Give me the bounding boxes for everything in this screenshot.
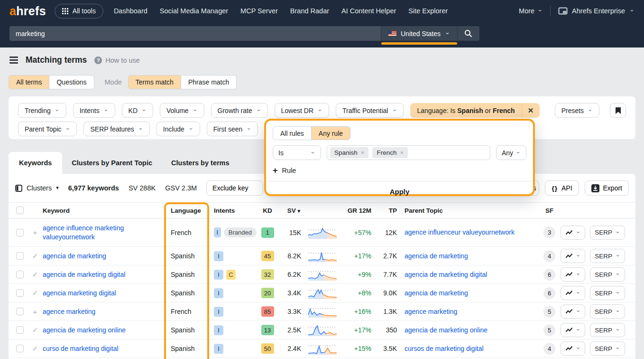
col-parent-topic[interactable]: Parent Topic bbox=[402, 207, 540, 214]
filter-kd[interactable]: KD⌄ bbox=[122, 103, 153, 118]
nav-item-dashboard[interactable]: Dashboard bbox=[114, 7, 147, 15]
presets-button[interactable]: Presets ⌄ bbox=[555, 103, 599, 118]
filter-volume[interactable]: Volume⌄ bbox=[160, 103, 204, 118]
keyword-link[interactable]: agencia de marketing online bbox=[43, 326, 126, 334]
parent-topic-link[interactable]: agence influenceur valueyournetwork bbox=[405, 228, 515, 236]
remove-filter-icon[interactable]: ✕ bbox=[522, 103, 540, 118]
filter-growth-rate[interactable]: Growth rate⌄ bbox=[211, 103, 268, 118]
filter-lowest-dr[interactable]: Lowest DR⌄ bbox=[275, 103, 329, 118]
trend-chart-button[interactable]: ⌄ bbox=[561, 304, 585, 319]
remove-tag-icon[interactable]: × bbox=[361, 149, 365, 156]
nav-item-social-media-manager[interactable]: Social Media Manager bbox=[160, 7, 228, 15]
added-check-icon[interactable]: ✓ bbox=[28, 270, 43, 279]
added-check-icon[interactable]: ✓ bbox=[28, 326, 43, 334]
trend-chart-button[interactable]: ⌄ bbox=[561, 249, 585, 263]
trend-chart-button[interactable]: ⌄ bbox=[561, 226, 585, 240]
apply-button[interactable]: Apply bbox=[390, 188, 410, 196]
col-tp[interactable]: TP bbox=[375, 207, 402, 214]
select-all-checkbox[interactable] bbox=[16, 207, 24, 214]
tab-terms-match[interactable]: Terms match bbox=[128, 75, 181, 89]
all-rules-button[interactable]: All rules bbox=[273, 126, 312, 140]
row-checkbox[interactable] bbox=[16, 345, 24, 352]
tab-keywords[interactable]: Keywords bbox=[9, 152, 62, 174]
col-sv[interactable]: SV ▾ bbox=[278, 207, 304, 214]
trend-chart-button[interactable]: ⌄ bbox=[561, 341, 585, 356]
serp-button[interactable]: SERP⌄ bbox=[590, 249, 625, 263]
nav-item-site-explorer[interactable]: Site Explorer bbox=[408, 7, 448, 15]
serp-button[interactable]: SERP⌄ bbox=[590, 226, 625, 240]
add-keyword-icon[interactable]: + bbox=[28, 308, 43, 316]
search-input[interactable]: marketing bbox=[9, 26, 381, 41]
menu-icon[interactable] bbox=[9, 55, 18, 65]
filter-traffic-potential[interactable]: Traffic Potential⌄ bbox=[336, 103, 404, 118]
filter-include[interactable]: Include⌄ bbox=[156, 122, 200, 136]
parent-topic-link[interactable]: agencia de marketing bbox=[405, 289, 468, 297]
col-language[interactable]: Language bbox=[164, 207, 209, 214]
keyword-link[interactable]: agencia de marketing digital bbox=[43, 271, 125, 278]
exclude-keywords-button[interactable]: Exclude key bbox=[206, 180, 263, 196]
row-checkbox[interactable] bbox=[16, 229, 24, 236]
col-kd[interactable]: KD bbox=[257, 207, 278, 214]
parent-topic-link[interactable]: agence marketing bbox=[405, 308, 457, 315]
added-check-icon[interactable]: ✓ bbox=[28, 289, 43, 297]
keyword-link[interactable]: agencia de marketing bbox=[43, 252, 106, 260]
add-keyword-icon[interactable]: + bbox=[28, 228, 43, 236]
trend-chart-button[interactable]: ⌄ bbox=[561, 323, 585, 337]
search-button[interactable] bbox=[458, 26, 479, 41]
nav-item-ai-content-helper[interactable]: AI Content Helper bbox=[341, 7, 396, 15]
export-button[interactable]: Export bbox=[585, 180, 629, 196]
tab-clusters-parent-topic[interactable]: Clusters by Parent Topic bbox=[62, 152, 162, 174]
serp-button[interactable]: SERP⌄ bbox=[590, 267, 625, 282]
col-keyword[interactable]: Keyword bbox=[43, 207, 164, 214]
filter-first-seen[interactable]: First seen⌄ bbox=[207, 122, 258, 136]
operator-select[interactable]: Is ⌄ bbox=[273, 145, 321, 160]
how-to-use-link[interactable]: ? How to use bbox=[94, 57, 140, 64]
filter-parent-topic[interactable]: Parent Topic⌄ bbox=[18, 122, 77, 136]
col-sf[interactable]: SF bbox=[540, 207, 561, 214]
serp-button[interactable]: SERP⌄ bbox=[590, 304, 625, 319]
keyword-link[interactable]: curso de marketing digital bbox=[43, 345, 119, 352]
parent-topic-link[interactable]: agencia de marketing online bbox=[405, 326, 488, 334]
clusters-dropdown[interactable]: Clusters ▾ bbox=[15, 184, 59, 192]
all-tools-button[interactable]: All tools bbox=[55, 4, 103, 19]
keyword-link[interactable]: agencia marketing digital bbox=[43, 289, 116, 297]
match-mode-select[interactable]: Any ⌄ bbox=[496, 145, 526, 160]
serp-button[interactable]: SERP⌄ bbox=[590, 286, 625, 300]
more-menu[interactable]: More ⌄ bbox=[519, 7, 543, 15]
added-check-icon[interactable]: ✓ bbox=[28, 344, 43, 353]
keyword-link[interactable]: agence marketing bbox=[43, 308, 95, 315]
row-checkbox[interactable] bbox=[16, 271, 24, 278]
any-rule-button[interactable]: Any rule bbox=[311, 126, 350, 140]
row-checkbox[interactable] bbox=[16, 326, 24, 334]
trend-chart-button[interactable]: ⌄ bbox=[561, 286, 585, 300]
parent-topic-link[interactable]: cursos de marketing digital bbox=[405, 345, 484, 352]
filter-serp-features[interactable]: SERP features⌄ bbox=[83, 122, 149, 136]
brand-logo[interactable]: ahrefs bbox=[9, 4, 46, 18]
keyword-link[interactable]: agence influence marketing valueyournetw… bbox=[43, 224, 124, 241]
api-button[interactable]: {} API bbox=[545, 180, 579, 196]
tab-phrase-match[interactable]: Phrase match bbox=[181, 75, 237, 89]
row-checkbox[interactable] bbox=[16, 252, 24, 260]
row-checkbox[interactable] bbox=[16, 289, 24, 297]
parent-topic-link[interactable]: agencia de marketing digital bbox=[405, 271, 487, 278]
filter-trending[interactable]: Trending⌄ bbox=[18, 103, 66, 118]
row-checkbox[interactable] bbox=[16, 308, 24, 315]
added-check-icon[interactable]: ✓ bbox=[28, 252, 43, 260]
parent-topic-link[interactable]: agencia de marketing bbox=[405, 252, 468, 260]
language-filter-chip[interactable]: Language: Is Spanish or French ✕ bbox=[410, 103, 539, 118]
col-intents[interactable]: Intents bbox=[209, 207, 257, 214]
serp-button[interactable]: SERP⌄ bbox=[590, 341, 625, 356]
tab-questions[interactable]: Questions bbox=[49, 75, 94, 89]
bookmark-button[interactable] bbox=[610, 103, 626, 118]
country-selector[interactable]: United States ⌄ bbox=[381, 26, 458, 41]
remove-tag-icon[interactable]: × bbox=[400, 149, 404, 156]
account-menu[interactable]: Ahrefs Enterprise ⌄ bbox=[558, 7, 635, 15]
nav-item-brand-radar[interactable]: Brand Radar bbox=[290, 7, 329, 15]
add-rule-button[interactable]: + Rule bbox=[273, 166, 296, 175]
tab-clusters-by-terms[interactable]: Clusters by terms bbox=[162, 152, 239, 174]
language-tags-input[interactable]: Spanish×French× bbox=[327, 145, 490, 160]
serp-button[interactable]: SERP⌄ bbox=[590, 323, 625, 337]
nav-item-mcp-server[interactable]: MCP Server bbox=[240, 7, 278, 15]
col-gr12m[interactable]: GR 12M bbox=[341, 207, 375, 214]
filter-intents[interactable]: Intents⌄ bbox=[73, 103, 115, 118]
